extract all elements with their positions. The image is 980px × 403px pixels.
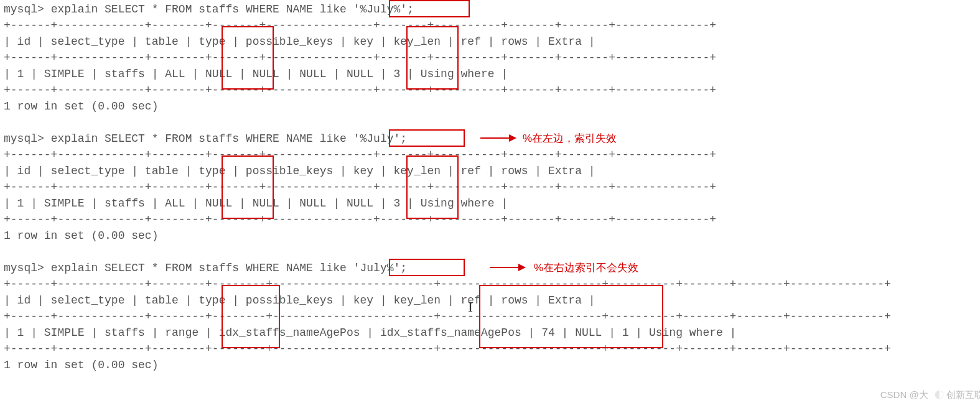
table2-border: +------+-------------+--------+-------+-… [4,147,980,163]
table2-border: +------+-------------+--------+-------+-… [4,211,980,228]
table3-border: +------+-------------+--------+--------+… [4,308,980,325]
text-caret-icon: I [468,299,473,315]
watermark-text: CSDN @大 ◐ 创新互联 [880,387,980,403]
query3-pattern: 'July%' [353,262,401,274]
table3-border: +------+-------------+--------+--------+… [4,276,980,292]
table2-header: | id | select_type | table | type | poss… [4,163,980,179]
table1-border: +------+-------------+--------+-------+-… [4,50,980,66]
table1-footer: 1 row in set (0.00 sec) [4,98,980,114]
table3-footer: 1 row in set (0.00 sec) [4,357,980,373]
table2-border: +------+-------------+--------+-------+-… [4,179,980,195]
table1-row: | 1 | SIMPLE | staffs | ALL | NULL | NUL… [4,66,980,82]
table1-header: | id | select_type | table | type | poss… [4,34,980,50]
query2-line: mysql> explain SELECT * FROM staffs WHER… [4,131,980,147]
note-left-percent: %在左边，索引失效 [523,131,617,147]
table1-border: +------+-------------+--------+-------+-… [4,82,980,98]
logo-icon: ◐ [935,389,944,400]
table2-footer: 1 row in set (0.00 sec) [4,228,980,244]
table2-row: | 1 | SIMPLE | staffs | ALL | NULL | NUL… [4,195,980,211]
table3-row: | 1 | SIMPLE | staffs | range | idx_staf… [4,325,980,341]
note-right-percent: %在右边索引不会失效 [534,260,638,276]
query3-line: mysql> explain SELECT * FROM staffs WHER… [4,260,980,276]
query1-pattern: '%July%' [353,3,407,16]
query2-pattern: '%July' [353,132,401,145]
table1-border: +------+-------------+--------+-------+-… [4,17,980,34]
table3-border: +------+-------------+--------+--------+… [4,341,980,357]
table3-header: | id | select_type | table | type | poss… [4,292,980,308]
query1-line: mysql> explain SELECT * FROM staffs WHER… [4,1,980,17]
